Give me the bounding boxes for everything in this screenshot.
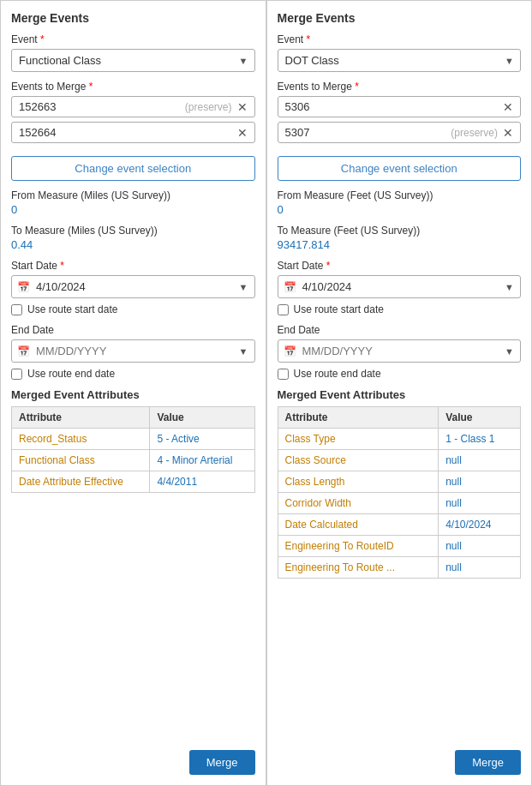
merge-btn-0[interactable]: Merge xyxy=(189,750,255,775)
value-col-header-1: Value xyxy=(439,407,521,429)
event-value-1-1: 5307 xyxy=(285,126,451,139)
attr-value-1-0: 1 - Class 1 xyxy=(439,429,521,450)
to-measure-label-0: To Measure (Miles (US Survey)) xyxy=(11,225,255,237)
use-route-start-checkbox-1[interactable] xyxy=(278,304,289,315)
event-value-0-1: 152664 xyxy=(19,126,237,139)
attr-name-0-1: Functional Class xyxy=(12,450,150,471)
start-date-wrapper-0[interactable]: 📅 ▼ xyxy=(11,275,255,298)
to-measure-value-1: 93417.814 xyxy=(278,238,522,251)
preserve-label-1-1: (preserve) xyxy=(451,127,498,139)
table-row-0-2: Date Attribute Effective 4/4/2011 xyxy=(12,471,255,493)
from-measure-value-1: 0 xyxy=(278,203,522,216)
use-route-end-row-1: Use route end date xyxy=(278,368,522,380)
merged-attrs-title-1: Merged Event Attributes xyxy=(278,388,522,401)
event-item-0-0: 152663 (preserve) ✕ xyxy=(11,96,255,117)
table-row-1-1: Class Source null xyxy=(278,450,521,471)
attributes-table-0: Attribute Value Record_Status 5 - Active… xyxy=(11,406,255,493)
table-row-1-5: Engineering To RouteID null xyxy=(278,536,521,557)
attr-value-0-0: 5 - Active xyxy=(150,429,254,450)
required-star2-0: * xyxy=(89,81,93,93)
use-route-start-row-0: Use route start date xyxy=(11,303,255,315)
attr-value-1-2: null xyxy=(439,471,521,493)
to-measure-value-0: 0.44 xyxy=(11,238,255,251)
table-row-1-2: Class Length null xyxy=(278,471,521,493)
attr-name-1-2: Class Length xyxy=(278,471,439,493)
panel-title-0: Merge Events xyxy=(11,11,255,25)
event-select-1[interactable]: DOT ClassFunctional Class xyxy=(278,49,522,72)
attr-value-0-1: 4 - Minor Arterial xyxy=(150,450,254,471)
required-star-1: * xyxy=(307,33,311,45)
table-row-0-1: Functional Class 4 - Minor Arterial xyxy=(12,450,255,471)
panel-left: Merge EventsEvent * Functional ClassDOT … xyxy=(0,0,266,786)
event-select-wrapper-1[interactable]: DOT ClassFunctional Class ▼ xyxy=(278,49,522,72)
events-to-merge-label-0: Events to Merge * xyxy=(11,81,255,93)
use-route-start-row-1: Use route start date xyxy=(278,303,522,315)
required-star-0: * xyxy=(40,33,45,45)
event-select-wrapper-0[interactable]: Functional ClassDOT Class ▼ xyxy=(11,49,255,72)
events-to-merge-0: 152663 (preserve) ✕ 152664 ✕ xyxy=(11,96,255,147)
attr-value-1-3: null xyxy=(439,493,521,514)
event-label-1: Event * xyxy=(278,33,522,45)
attr-value-1-5: null xyxy=(439,536,521,557)
end-date-label-0: End Date xyxy=(11,324,255,336)
start-date-label-1: Start Date * xyxy=(278,260,522,272)
table-row-1-6: Engineering To Route ... null xyxy=(278,557,521,579)
end-date-wrapper-1[interactable]: 📅 ▼ xyxy=(278,339,522,363)
use-route-end-checkbox-0[interactable] xyxy=(11,369,22,380)
required-star3-1: * xyxy=(326,260,331,272)
change-event-btn-1[interactable]: Change event selection xyxy=(278,156,522,181)
panels-container: Merge EventsEvent * Functional ClassDOT … xyxy=(0,0,532,786)
from-measure-label-0: From Measure (Miles (US Survey)) xyxy=(11,189,255,201)
event-close-0-0[interactable]: ✕ xyxy=(237,101,248,113)
attr-name-1-4: Date Calculated xyxy=(278,514,439,536)
use-route-end-label-0: Use route end date xyxy=(27,368,115,380)
event-close-1-0[interactable]: ✕ xyxy=(503,101,513,113)
start-date-input-0[interactable] xyxy=(11,275,255,298)
event-item-1-1: 5307 (preserve) ✕ xyxy=(278,122,522,143)
attr-value-1-1: null xyxy=(439,450,521,471)
from-measure-value-0: 0 xyxy=(11,203,255,216)
attr-col-header-1: Attribute xyxy=(278,407,439,429)
attr-name-1-0: Class Type xyxy=(278,429,439,450)
table-row-1-4: Date Calculated 4/10/2024 xyxy=(278,514,521,536)
start-date-wrapper-1[interactable]: 📅 ▼ xyxy=(278,275,522,298)
event-select-0[interactable]: Functional ClassDOT Class xyxy=(11,49,255,72)
value-col-header-0: Value xyxy=(150,407,254,429)
attr-value-1-4: 4/10/2024 xyxy=(439,514,521,536)
start-date-input-1[interactable] xyxy=(278,275,522,298)
attr-name-0-0: Record_Status xyxy=(12,429,150,450)
table-row-0-0: Record_Status 5 - Active xyxy=(12,429,255,450)
event-value-1-0: 5306 xyxy=(285,100,504,113)
attr-name-0-2: Date Attribute Effective xyxy=(12,471,150,493)
end-date-input-1[interactable] xyxy=(278,339,522,363)
event-label-0: Event * xyxy=(11,33,255,45)
panel-title-1: Merge Events xyxy=(278,11,522,25)
spacer-1 xyxy=(278,579,522,775)
spacer-0 xyxy=(11,493,255,775)
attr-name-1-6: Engineering To Route ... xyxy=(278,557,439,579)
preserve-label-0-0: (preserve) xyxy=(185,101,232,113)
to-measure-label-1: To Measure (Feet (US Survey)) xyxy=(278,225,522,237)
event-close-1-1[interactable]: ✕ xyxy=(503,127,513,139)
use-route-start-checkbox-0[interactable] xyxy=(11,304,22,315)
events-to-merge-label-1: Events to Merge * xyxy=(278,81,522,93)
from-measure-label-1: From Measure (Feet (US Survey)) xyxy=(278,189,522,201)
required-star2-1: * xyxy=(355,81,359,93)
event-close-0-1[interactable]: ✕ xyxy=(237,127,248,139)
attr-value-1-6: null xyxy=(439,557,521,579)
events-to-merge-1: 5306 ✕ 5307 (preserve) ✕ xyxy=(278,96,522,147)
table-row-1-3: Corridor Width null xyxy=(278,493,521,514)
table-row-1-0: Class Type 1 - Class 1 xyxy=(278,429,521,450)
use-route-end-row-0: Use route end date xyxy=(11,368,255,380)
panel-right: Merge EventsEvent * DOT ClassFunctional … xyxy=(266,0,533,786)
merge-btn-1[interactable]: Merge xyxy=(455,750,521,775)
event-value-0-0: 152663 xyxy=(19,100,185,113)
end-date-wrapper-0[interactable]: 📅 ▼ xyxy=(11,339,255,363)
change-event-btn-0[interactable]: Change event selection xyxy=(11,156,255,181)
attr-name-1-1: Class Source xyxy=(278,450,439,471)
start-date-label-0: Start Date * xyxy=(11,260,255,272)
use-route-end-label-1: Use route end date xyxy=(294,368,381,380)
end-date-label-1: End Date xyxy=(278,324,522,336)
use-route-end-checkbox-1[interactable] xyxy=(278,369,289,380)
end-date-input-0[interactable] xyxy=(11,339,255,363)
